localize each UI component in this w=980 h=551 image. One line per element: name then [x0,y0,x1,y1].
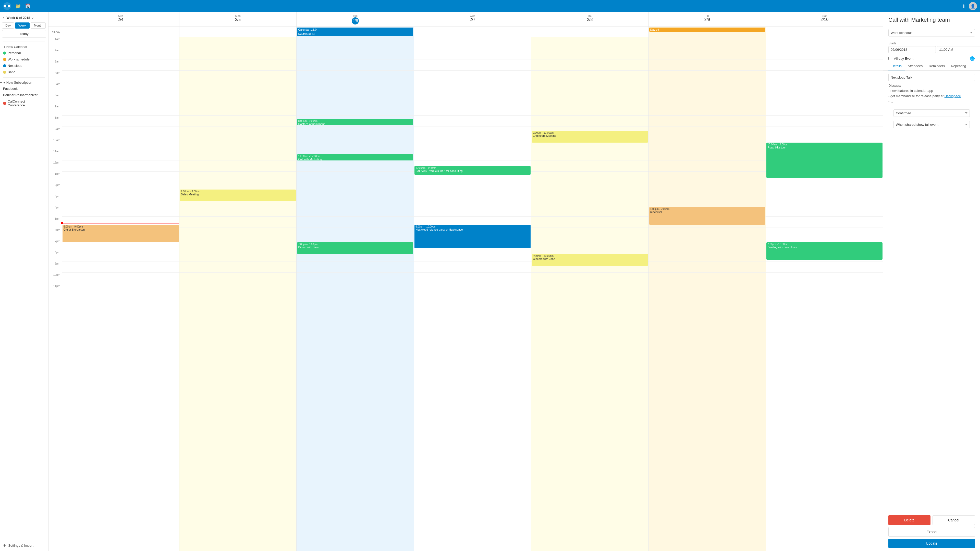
band-more-icon[interactable]: ⋯ [42,70,45,74]
facebook-more-icon[interactable]: ⋯ [42,87,45,91]
shared-section: When shared show full event When shared … [883,119,980,130]
allday-wed [414,27,531,37]
day-col-sat: 10:00am - 4:00pmRoad bike tour7:00pm - 1… [765,37,883,551]
allday-sat [765,27,883,37]
main-layout: ‹ Week 6 of 2018 › Day Week Month Today … [0,12,980,551]
personal-dot [3,52,6,55]
personal-link-icon[interactable]: 🔗 [37,51,41,55]
allday-event-dayoff[interactable]: Day off [649,27,765,32]
sidebar-item-band[interactable]: Band ↑ ⋯ [0,69,48,75]
panel-header: Call with Marketing team [883,12,980,26]
calconnect-more-icon[interactable]: ⋯ [42,102,45,105]
event-block[interactable]: 8:00pm - 10:00pmCinema with John [532,254,648,266]
event-block[interactable]: 9:00am - 11:00amEngineers Meeting [532,131,648,143]
event-block[interactable]: 10:00am - 4:00pmRoad bike tour [767,143,883,178]
event-block[interactable]: 7:00pm - 10:00pmBowling with coworkers [767,242,883,260]
calconnect-dot [3,102,6,105]
nextcloud-more-icon[interactable]: ⋯ [42,64,45,68]
start-datetime-group: Starts [888,41,980,53]
day-view-btn[interactable]: Day [2,22,14,29]
event-block[interactable]: 7:00pm - 9:00pmDinner with Jane [297,242,413,254]
allday-event-calendar[interactable]: Calendar 1.6.0 [297,27,413,32]
tab-attendees[interactable]: Attendees [905,62,926,70]
globe-icon[interactable]: 🌐 [970,56,975,61]
nextcloud-share-icon[interactable]: ↑ [40,64,41,68]
files-nav-icon[interactable]: 📁 [15,3,21,9]
tabs-row: Details Attendees Reminders Repeating [883,62,980,71]
datetime-row: Starts Ends [883,40,980,55]
allday-row: All day Event 🌐 [883,55,980,62]
day-header-thu: Thu 2/8 [531,12,649,27]
allday-cells: Calendar 1.6.0 Nextcloud 13 Day off [62,27,883,37]
tab-repeating[interactable]: Repeating [948,62,969,70]
calendar-selector-section: Work schedule Personal Nextcloud Band [883,26,980,40]
status-select[interactable]: Confirmed Tentative Cancelled [894,110,970,117]
event-block[interactable]: 12:00pm - 1:30pmCall "Any Products Inc."… [414,166,531,175]
prev-week-arrow[interactable]: ‹ [3,15,4,20]
day-col-fri: 4:00pm - 7:00pmrehearsal [649,37,766,551]
calendar-select[interactable]: Work schedule Personal Nextcloud Band [888,29,975,37]
personal-share-icon[interactable]: ⋯ [42,51,45,55]
allday-tue[interactable]: Calendar 1.6.0 Nextcloud 13 [296,27,414,37]
new-subscription-btn[interactable]: + + New Subscription [0,79,48,86]
calendar-body: 1am 2am 3am 4am 5am 6am 7am 8am 9am 10am… [48,37,883,551]
band-dot [3,71,6,74]
band-share-icon[interactable]: ↑ [40,70,41,74]
delete-button[interactable]: Delete [888,515,931,525]
event-block[interactable]: 4:00pm - 7:00pmrehearsal [649,207,765,225]
start-time-input[interactable] [937,46,980,53]
calendar-nav-icon[interactable]: 📅 [25,3,30,9]
week-label: Week 6 of 2018 [6,16,30,20]
cancel-button[interactable]: Cancel [932,515,975,525]
shared-select[interactable]: When shared show full event When shared … [894,121,970,128]
sidebar: ‹ Week 6 of 2018 › Day Week Month Today … [0,12,48,551]
nextcloud-dot [3,64,6,67]
upload-icon[interactable]: ⬆ [962,3,966,9]
month-view-btn[interactable]: Month [30,22,46,29]
week-nav[interactable]: ‹ Week 6 of 2018 › [0,14,48,21]
allday-row: all-day Calendar 1.6.0 Nextcloud 13 Day … [48,27,883,37]
export-button[interactable]: Export [888,527,975,537]
work-more-icon[interactable]: ⋯ [42,58,45,61]
berliner-more-icon[interactable]: ⋯ [42,94,45,97]
status-section: Confirmed Tentative Cancelled [883,107,980,119]
allday-fri: Day off [649,27,766,37]
tab-reminders[interactable]: Reminders [926,62,948,70]
sidebar-item-calconnect[interactable]: CalConnect Conference ⋯ [0,98,48,108]
event-block[interactable]: 2:00pm - 4:00pmSales Meeting [180,189,296,201]
topbar: 📁 📅 ⬆ 👤 [0,0,980,12]
next-week-arrow[interactable]: › [32,15,33,20]
sidebar-item-personal[interactable]: Personal 🔗 ⋯ [0,50,48,56]
work-share-icon[interactable]: ↑ [40,58,41,61]
start-date-input[interactable] [888,46,936,53]
event-block[interactable]: 8:00am - 9:00amDoctor's appointment [297,119,413,125]
allday-label: all-day [48,27,62,37]
allday-label: All day Event [894,57,913,60]
current-time-line [62,223,179,224]
allday-thu [531,27,649,37]
new-calendar-btn[interactable]: + + New Calendar [0,44,48,50]
sidebar-item-facebook[interactable]: Facebook ⋯ [0,86,48,92]
week-view-btn[interactable]: Week [15,22,29,29]
view-buttons: Day Week Month [0,21,48,30]
allday-event-nextcloud13[interactable]: Nextcloud 13 [297,32,413,36]
user-avatar[interactable]: 👤 [969,2,977,10]
settings-import-btn[interactable]: ⚙ Settings & import [0,542,48,549]
event-block[interactable]: 11:00am - 12:00pmCall with Marketing [297,154,413,160]
day-col-sun: 6:00pm - 9:00pmGig at Biergarten [62,37,179,551]
location-input[interactable] [888,74,975,81]
allday-sun [62,27,179,37]
today-btn[interactable]: Today [2,30,46,38]
update-button[interactable]: Update [888,539,975,548]
calendar-header: Sun 2/4 Mon 2/5 Tue 2/6 Wed 2/7 Thu 2/8 … [48,12,883,27]
allday-checkbox[interactable] [888,57,892,60]
event-block[interactable]: 6:00pm - 10:00pmNextcloud release party … [414,225,531,248]
sidebar-item-berliner[interactable]: Berliner Philharmoniker ⋯ [0,92,48,98]
time-gutter-header [48,12,62,27]
settings-icon: ⚙ [3,544,6,548]
day-header-sat: Sat 2/10 [765,12,883,27]
sidebar-item-work-schedule[interactable]: Work schedule ↑ ⋯ [0,56,48,62]
sidebar-item-nextcloud[interactable]: Nextcloud ↑ ⋯ [0,62,48,69]
event-block[interactable]: 6:00pm - 9:00pmGig at Biergarten [62,225,179,242]
tab-details[interactable]: Details [888,62,905,70]
